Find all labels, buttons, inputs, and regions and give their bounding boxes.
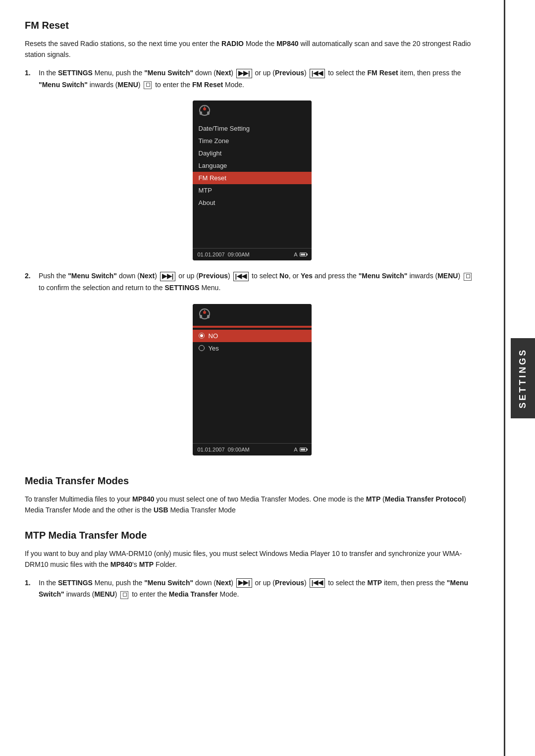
mtp-step-1-number: 1.	[25, 577, 39, 601]
sidebar: SETTINGS	[505, 0, 535, 756]
radio-no	[199, 333, 205, 339]
step-2-content: Push the "Menu Switch" down (Next) ▶▶| o…	[39, 270, 479, 294]
menu-icon-1	[144, 81, 152, 89]
mtp-step-1: 1. In the SETTINGS Menu, push the "Menu …	[25, 577, 479, 601]
battery-letter-a-2: A	[294, 447, 297, 453]
mtp-section: MTP Media Transfer Mode If you want to b…	[25, 530, 479, 601]
device-screen-2: NO Yes 01.01.2007 09:00AM	[193, 304, 312, 455]
screen-header-1	[193, 101, 312, 120]
s2-blank6	[193, 416, 312, 429]
option-yes: Yes	[193, 342, 312, 354]
fm-reset-section: FM Reset Resets the saved Radio stations…	[25, 20, 479, 455]
next-icon-2: ▶▶|	[160, 272, 176, 281]
s2-blank1	[193, 354, 312, 367]
step-2: 2. Push the "Menu Switch" down (Next) ▶▶…	[25, 270, 479, 294]
next-icon-mtp: ▶▶|	[236, 578, 252, 588]
menu-item-blank2	[193, 221, 312, 234]
screen-footer-icons-1: A	[294, 252, 306, 257]
device-icon-2	[198, 308, 212, 322]
menu-item-about: About	[193, 197, 312, 209]
menu-item-fm-reset: FM Reset	[193, 172, 312, 184]
radio-yes	[199, 345, 205, 351]
menu-item-blank3	[193, 234, 312, 246]
svg-rect-2	[207, 111, 210, 115]
option-yes-label: Yes	[209, 345, 219, 352]
battery-icon-1	[300, 252, 307, 256]
svg-rect-7	[207, 315, 210, 318]
menu-item-datetime: Date/Time Setting	[193, 122, 312, 135]
screen-menu-list-2: NO Yes	[193, 324, 312, 443]
option-no: NO	[193, 330, 312, 342]
step-1-content: In the SETTINGS Menu, push the "Menu Swi…	[39, 67, 479, 91]
screen-footer-time-1: 01.01.2007 09:00AM	[198, 252, 250, 257]
s2-blank5	[193, 404, 312, 416]
menu-icon-mtp	[120, 591, 128, 599]
next-icon: ▶▶|	[236, 69, 252, 78]
menu-item-blank1	[193, 209, 312, 221]
screen-footer-icons-2: A	[294, 447, 306, 453]
media-transfer-intro: To transfer Multimedia files to your MP8…	[25, 494, 479, 516]
menu-item-mtp: MTP	[193, 184, 312, 197]
svg-point-8	[203, 311, 206, 314]
mtp-title: MTP Media Transfer Mode	[25, 530, 479, 541]
main-content: FM Reset Resets the saved Radio stations…	[0, 0, 505, 756]
s2-blank2	[193, 367, 312, 379]
prev-icon: |◀◀	[310, 69, 325, 78]
red-bar	[193, 326, 312, 328]
media-transfer-title: Media Transfer Modes	[25, 475, 479, 487]
step-1: 1. In the SETTINGS Menu, push the "Menu …	[25, 67, 479, 91]
fm-reset-title: FM Reset	[25, 20, 479, 31]
screen-footer-2: 01.01.2007 09:00AM A	[193, 443, 312, 455]
svg-rect-1	[200, 111, 202, 115]
screen-menu-list-1: Date/Time Setting Time Zone Daylight Lan…	[193, 120, 312, 248]
device-screen-1: Date/Time Setting Time Zone Daylight Lan…	[193, 101, 312, 260]
screen-header-2	[193, 304, 312, 324]
step-1-number: 1.	[25, 67, 39, 91]
media-transfer-section: Media Transfer Modes To transfer Multime…	[25, 475, 479, 516]
page-wrapper: FM Reset Resets the saved Radio stations…	[0, 0, 535, 756]
fm-reset-intro: Resets the saved Radio stations, so the …	[25, 38, 479, 60]
option-no-label: NO	[209, 332, 218, 340]
s2-blank4	[193, 392, 312, 404]
menu-icon-2	[464, 273, 472, 281]
screen-footer-1: 01.01.2007 09:00AM A	[193, 248, 312, 260]
menu-item-daylight: Daylight	[193, 147, 312, 159]
prev-icon-mtp: |◀◀	[310, 578, 325, 588]
prev-icon-2: |◀◀	[233, 272, 249, 281]
mtp-step-1-content: In the SETTINGS Menu, push the "Menu Swi…	[39, 577, 479, 601]
s2-blank7	[193, 429, 312, 441]
step-2-number: 2.	[25, 270, 39, 294]
svg-rect-6	[200, 315, 202, 318]
svg-point-3	[203, 107, 206, 110]
s2-blank3	[193, 379, 312, 392]
mtp-intro: If you want to buy and play WMA-DRM10 (o…	[25, 548, 479, 570]
device-icon-1	[198, 104, 212, 118]
sidebar-label: SETTINGS	[511, 338, 535, 418]
battery-letter-a: A	[294, 252, 297, 257]
battery-icon-2	[300, 448, 307, 452]
menu-item-language: Language	[193, 159, 312, 172]
screen-footer-time-2: 01.01.2007 09:00AM	[198, 447, 250, 453]
menu-item-timezone: Time Zone	[193, 135, 312, 147]
